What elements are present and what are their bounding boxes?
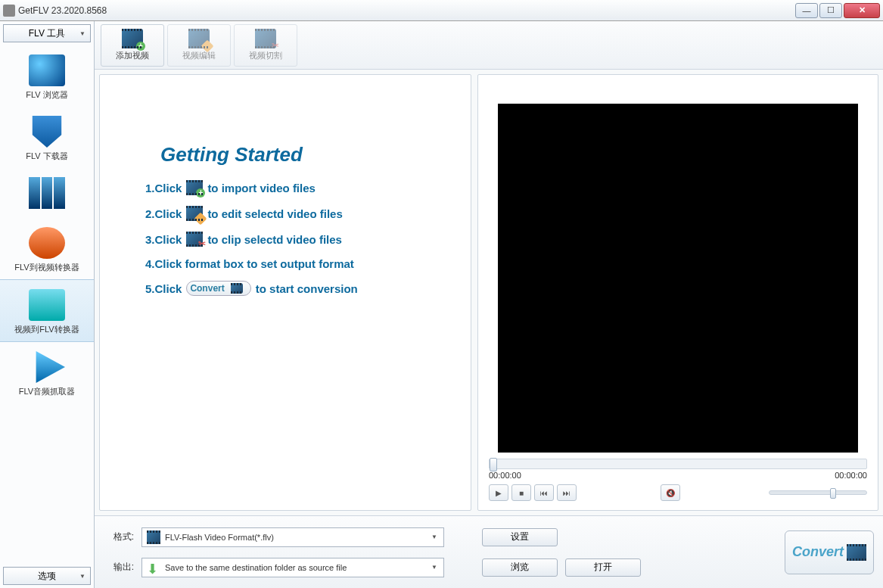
btn-label: 设置 <box>511 530 529 543</box>
merge-icon <box>29 177 65 209</box>
options-dropdown-label: 选项 <box>38 570 56 583</box>
sidebar-item-label: FLV 浏览器 <box>26 89 67 101</box>
browse-button[interactable]: 浏览 <box>482 558 558 577</box>
seek-thumb[interactable] <box>490 458 497 471</box>
tool-label: 视频切割 <box>249 50 282 61</box>
prev-button[interactable]: ⏮ <box>534 484 554 501</box>
volume-slider[interactable] <box>769 490 867 495</box>
getting-started-title: Getting Started <box>160 143 455 166</box>
step-4: 4.Click format box to set output format <box>145 257 455 270</box>
sidebar-item-merge[interactable] <box>0 168 94 218</box>
app-icon <box>3 5 15 17</box>
film-edit-icon <box>186 206 203 221</box>
browser-icon <box>29 54 65 86</box>
film-cut-icon: ✂ <box>186 232 203 247</box>
sidebar-item-video-to-flv[interactable]: 视频到FLV转换器 <box>0 279 94 342</box>
preview-panel: 00:00:00 00:00:00 ▶ ■ ⏮ ⏭ 🔇 <box>477 74 878 511</box>
video-to-flv-icon <box>29 289 65 321</box>
step-text: to import video files <box>207 182 316 194</box>
play-button[interactable]: ▶ <box>489 484 508 501</box>
step-1: 1.Click + to import video files <box>145 180 455 195</box>
bottom-bar: 格式: FLV-Flash Video Format(*.flv) 设置 输出:… <box>95 515 883 588</box>
time-current: 00:00:00 <box>489 471 521 480</box>
output-value: Save to the same destination folder as s… <box>165 563 347 572</box>
maximize-button[interactable]: ☐ <box>819 3 842 18</box>
step-text: to clip selectd video files <box>207 233 342 246</box>
sidebar-item-label: FLV音频抓取器 <box>19 386 75 397</box>
sidebar-item-label: FLV到视频转换器 <box>14 262 79 273</box>
toolbar: + 添加视频 视频编辑 ✂ 视频切割 <box>95 21 883 70</box>
edit-video-button[interactable]: 视频编辑 <box>167 24 231 67</box>
step-2: 2.Click to edit selectd video files <box>145 206 455 221</box>
title-bar: GetFLV 23.2020.8568 — ☐ ✕ <box>0 0 883 21</box>
sidebar-item-label: FLV 下载器 <box>26 151 67 162</box>
step-text: 2.Click <box>145 207 182 220</box>
sidebar-item-downloader[interactable]: FLV 下载器 <box>0 107 94 168</box>
sidebar-item-label: 视频到FLV转换器 <box>14 324 79 335</box>
settings-button[interactable]: 设置 <box>482 528 558 546</box>
sidebar-item-flv-to-video[interactable]: FLV到视频转换器 <box>0 218 94 279</box>
options-dropdown[interactable]: 选项 <box>3 567 91 585</box>
format-value: FLV-Flash Video Format(*.flv) <box>165 533 274 542</box>
flv-icon <box>147 530 160 544</box>
add-video-button[interactable]: + 添加视频 <box>101 24 164 67</box>
close-button[interactable]: ✕ <box>844 3 880 18</box>
step-text: to edit selectd video files <box>207 207 342 220</box>
step-text: 4.Click format box to set output format <box>145 257 354 270</box>
tool-label: 添加视频 <box>116 50 149 61</box>
convert-text: Convert <box>792 544 844 560</box>
film-cut-icon: ✂ <box>255 29 276 48</box>
film-add-icon: + <box>122 29 143 48</box>
format-select[interactable]: FLV-Flash Video Format(*.flv) <box>141 527 444 547</box>
video-preview <box>498 104 858 453</box>
step-text: 3.Click <box>145 233 182 246</box>
download-icon <box>29 116 65 148</box>
seek-bar[interactable] <box>489 459 867 469</box>
sidebar-item-audio-extract[interactable]: FLV音频抓取器 <box>0 342 94 403</box>
mute-button[interactable]: 🔇 <box>661 484 680 501</box>
step-5: 5.Click Convert to start conversion <box>145 281 455 296</box>
download-arrow-icon: ⬇ <box>147 561 160 574</box>
convert-button[interactable]: Convert <box>785 530 874 574</box>
step-text: to start conversion <box>256 282 358 295</box>
step-3: 3.Click ✂ to clip selectd video files <box>145 232 455 247</box>
btn-label: 打开 <box>594 561 612 574</box>
tools-dropdown-label: FLV 工具 <box>29 27 65 40</box>
audio-extract-icon <box>29 351 65 383</box>
film-icon <box>847 544 866 561</box>
open-button[interactable]: 打开 <box>565 558 641 577</box>
sidebar-item-browser[interactable]: FLV 浏览器 <box>0 45 94 107</box>
stop-button[interactable]: ■ <box>511 484 531 501</box>
next-button[interactable]: ⏭ <box>557 484 577 501</box>
clip-video-button[interactable]: ✂ 视频切割 <box>234 24 297 67</box>
sidebar: FLV 工具 FLV 浏览器 FLV 下载器 FLV到视频转 <box>0 21 95 588</box>
minimize-button[interactable]: — <box>795 3 818 18</box>
step-text: 5.Click <box>145 282 182 295</box>
output-label: 输出: <box>104 561 134 574</box>
convert-mini-text: Convert <box>190 283 224 294</box>
window-title: GetFLV 23.2020.8568 <box>18 5 795 16</box>
flv-to-video-icon <box>29 227 65 259</box>
step-text: 1.Click <box>145 182 182 194</box>
film-icon <box>231 283 243 294</box>
film-add-icon: + <box>186 180 203 195</box>
tools-dropdown[interactable]: FLV 工具 <box>3 24 91 42</box>
tool-label: 视频编辑 <box>182 50 216 61</box>
btn-label: 浏览 <box>511 561 529 574</box>
time-total: 00:00:00 <box>835 471 867 480</box>
format-label: 格式: <box>104 530 134 543</box>
output-select[interactable]: ⬇ Save to the same destination folder as… <box>141 558 444 577</box>
film-edit-icon <box>188 29 210 48</box>
volume-thumb[interactable] <box>830 488 836 499</box>
getting-started-panel: Getting Started 1.Click + to import vide… <box>99 74 471 511</box>
convert-mini-button: Convert <box>186 281 250 296</box>
